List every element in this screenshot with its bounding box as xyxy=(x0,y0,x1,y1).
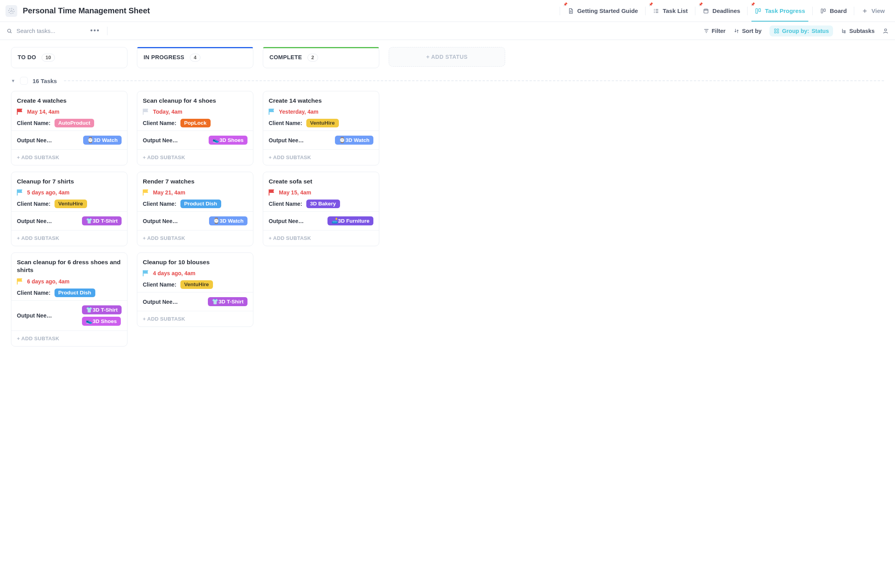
tag[interactable]: 👟3D Shoes xyxy=(209,136,247,145)
column-todo: Create 4 watchesMay 14, 4amClient Name:A… xyxy=(11,91,127,347)
column-headers: TO DO 10 IN PROGRESS 4 COMPLETE 2 + ADD … xyxy=(11,47,884,68)
due-date: Today, 4am xyxy=(153,109,182,115)
flag-icon[interactable] xyxy=(143,270,149,276)
due-date: 6 days ago, 4am xyxy=(27,278,69,285)
add-view-button[interactable]: View xyxy=(858,0,888,22)
divider xyxy=(747,7,748,15)
tag[interactable]: AutoProduct xyxy=(55,119,95,127)
flag-icon[interactable] xyxy=(143,109,149,115)
add-status-label: + ADD STATUS xyxy=(426,54,468,60)
pin-icon: 📌 xyxy=(699,2,703,6)
flag-icon[interactable] xyxy=(17,109,23,115)
search: ••• xyxy=(6,27,100,35)
view-task-list[interactable]: 📌 Task List xyxy=(649,0,691,22)
flag-icon[interactable] xyxy=(17,278,23,285)
task-card[interactable]: Create sofa setMay 15, 4amClient Name:3D… xyxy=(263,172,379,246)
caret-down-icon[interactable]: ▼ xyxy=(11,78,15,83)
output-label: Output Nee… xyxy=(17,312,62,319)
column-header-todo[interactable]: TO DO 10 xyxy=(11,47,127,68)
task-card[interactable]: Create 14 watchesYesterday, 4amClient Na… xyxy=(263,91,379,165)
tag[interactable]: VentuHire xyxy=(306,119,339,127)
filter-label: Filter xyxy=(712,28,726,34)
flag-icon[interactable] xyxy=(17,189,23,196)
tag[interactable]: ⌚3D Watch xyxy=(209,216,247,225)
due-date: May 15, 4am xyxy=(279,189,311,196)
tag[interactable]: 👕3D T-Shirt xyxy=(82,305,122,314)
sortby-button[interactable]: Sort by xyxy=(733,28,762,34)
tag[interactable]: 👕3D T-Shirt xyxy=(208,297,247,306)
task-card[interactable]: Create 4 watchesMay 14, 4amClient Name:A… xyxy=(11,91,127,165)
svg-rect-12 xyxy=(777,29,779,30)
add-subtask-button[interactable]: + ADD SUBTASK xyxy=(17,235,59,241)
column-title: IN PROGRESS xyxy=(144,54,184,60)
app-icon[interactable] xyxy=(5,5,17,17)
column-title: TO DO xyxy=(18,54,36,60)
tag[interactable]: 👟3D Shoes xyxy=(82,317,121,326)
section-separator xyxy=(64,80,884,81)
section-header[interactable]: ▼ 16 Tasks xyxy=(11,77,884,85)
search-input[interactable] xyxy=(16,27,82,34)
tag[interactable]: 🛋️3D Furniture xyxy=(327,216,373,225)
due-date: 5 days ago, 4am xyxy=(27,189,69,196)
count-badge: 4 xyxy=(190,54,200,62)
add-subtask-button[interactable]: + ADD SUBTASK xyxy=(143,316,185,322)
add-subtask-button[interactable]: + ADD SUBTASK xyxy=(17,336,59,341)
plus-icon xyxy=(861,7,868,15)
card-title: Render 7 watches xyxy=(143,178,247,185)
tag[interactable]: 3D Bakery xyxy=(306,200,340,208)
groupby-button[interactable]: Group by: Status xyxy=(769,25,833,36)
column-inprogress: Scan cleanup for 4 shoesToday, 4amClient… xyxy=(137,91,253,327)
board: TO DO 10 IN PROGRESS 4 COMPLETE 2 + ADD … xyxy=(0,40,895,362)
tag[interactable]: ⌚3D Watch xyxy=(335,136,373,145)
view-guide[interactable]: 📌 Getting Started Guide xyxy=(564,0,641,22)
add-subtask-button[interactable]: + ADD SUBTASK xyxy=(17,154,59,160)
tag[interactable]: PopLock xyxy=(180,119,211,127)
add-subtask-button[interactable]: + ADD SUBTASK xyxy=(269,235,311,241)
subtasks-label: Subtasks xyxy=(850,28,875,34)
column-header-complete[interactable]: COMPLETE 2 xyxy=(263,47,379,68)
groupby-value: Status xyxy=(811,28,829,34)
due-date: May 14, 4am xyxy=(27,109,60,115)
view-label: Getting Started Guide xyxy=(577,7,638,14)
subtasks-button[interactable]: Subtasks xyxy=(841,28,875,34)
card-title: Cleanup for 7 shirts xyxy=(17,178,122,185)
add-status-button[interactable]: + ADD STATUS xyxy=(389,47,505,67)
add-subtask-button[interactable]: + ADD SUBTASK xyxy=(143,235,185,241)
card-title: Create sofa set xyxy=(269,178,373,185)
view-board[interactable]: Board xyxy=(817,0,850,22)
more-icon[interactable]: ••• xyxy=(90,27,100,35)
tag[interactable]: Product Dish xyxy=(180,200,221,208)
page-title: Personal Time Management Sheet xyxy=(23,6,150,15)
svg-point-16 xyxy=(844,32,845,33)
tag[interactable]: 👕3D T-Shirt xyxy=(82,216,122,225)
add-subtask-button[interactable]: + ADD SUBTASK xyxy=(143,154,185,160)
tag[interactable]: Product Dish xyxy=(55,289,95,297)
section-color-swatch[interactable] xyxy=(20,77,28,85)
tag[interactable]: VentuHire xyxy=(180,280,213,289)
view-task-progress[interactable]: 📌 Task Progress xyxy=(751,0,808,22)
task-card[interactable]: Render 7 watchesMay 21, 4amClient Name:P… xyxy=(137,172,253,246)
flag-icon[interactable] xyxy=(143,189,149,196)
column-header-inprogress[interactable]: IN PROGRESS 4 xyxy=(137,47,253,68)
add-subtask-button[interactable]: + ADD SUBTASK xyxy=(269,154,311,160)
task-card[interactable]: Scan cleanup for 6 dress shoes and shirt… xyxy=(11,252,127,346)
tag[interactable]: ⌚3D Watch xyxy=(83,136,122,145)
flag-icon[interactable] xyxy=(269,189,275,196)
card-title: Cleanup for 10 blouses xyxy=(143,258,247,266)
svg-rect-7 xyxy=(759,9,761,12)
output-label: Output Nee… xyxy=(17,218,62,224)
svg-rect-14 xyxy=(777,31,779,33)
task-card[interactable]: Cleanup for 7 shirts5 days ago, 4amClien… xyxy=(11,172,127,246)
user-icon[interactable] xyxy=(882,28,889,34)
card-title: Scan cleanup for 6 dress shoes and shirt… xyxy=(17,258,122,274)
filter-button[interactable]: Filter xyxy=(703,28,726,34)
flag-icon[interactable] xyxy=(269,109,275,115)
task-card[interactable]: Scan cleanup for 4 shoesToday, 4amClient… xyxy=(137,91,253,165)
client-label: Client Name: xyxy=(17,290,51,296)
view-deadlines[interactable]: 📌 Deadlines xyxy=(699,0,744,22)
svg-point-17 xyxy=(884,29,886,31)
client-label: Client Name: xyxy=(17,201,51,207)
due-date: Yesterday, 4am xyxy=(279,109,318,115)
task-card[interactable]: Cleanup for 10 blouses4 days ago, 4amCli… xyxy=(137,252,253,327)
tag[interactable]: VentuHire xyxy=(55,200,87,208)
